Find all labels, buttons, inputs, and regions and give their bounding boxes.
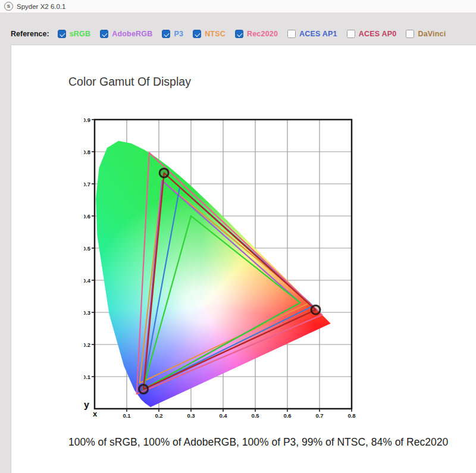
reference-item-davinci[interactable]: DaVinci [406, 30, 446, 38]
reference-item-aces-ap1[interactable]: ACES AP1 [287, 30, 337, 38]
toolbar-band: Reference: sRGB AdobeRGB P3 NTSC Rec2020… [0, 13, 476, 45]
checkbox-davinci[interactable] [406, 30, 414, 38]
spyder-app-icon: S [4, 2, 13, 11]
display-primary-marker-blue [139, 385, 148, 394]
window-titlebar: S Spyder X2 6.0.1 [0, 0, 476, 13]
reference-caption: Reference: [11, 30, 49, 38]
checkbox-label-p3[interactable]: P3 [174, 30, 183, 38]
gamut-triangle-srgb [143, 216, 300, 390]
checkbox-srgb[interactable] [58, 30, 66, 38]
checkbox-ntsc[interactable] [193, 30, 201, 38]
checkbox-aces-ap1[interactable] [287, 30, 296, 38]
reference-item-ntsc[interactable]: NTSC [193, 30, 226, 38]
checkbox-adobergb[interactable] [100, 30, 108, 38]
display-gamut-triangle [143, 173, 315, 389]
content-panel: Color Gamut Of Display 0.10.20.30.40.50.… [11, 45, 476, 473]
reference-item-srgb[interactable]: sRGB [58, 30, 91, 38]
checkbox-label-ntsc[interactable]: NTSC [205, 30, 226, 38]
page-title: Color Gamut Of Display [68, 75, 191, 89]
checkbox-label-aces-ap0[interactable]: ACES AP0 [359, 30, 397, 38]
checkbox-label-davinci[interactable]: DaVinci [418, 30, 446, 38]
checkbox-aces-ap0[interactable] [347, 30, 355, 38]
checkbox-label-srgb[interactable]: sRGB [70, 30, 91, 38]
y-axis-label: y [84, 400, 89, 411]
reference-bar: Reference: sRGB AdobeRGB P3 NTSC Rec2020… [11, 30, 446, 38]
reference-item-rec2020[interactable]: Rec2020 [235, 30, 278, 38]
x-axis-label: x [93, 409, 97, 418]
checkbox-rec2020[interactable] [235, 30, 243, 38]
gamut-triangles-overlay [84, 111, 369, 435]
gamut-triangle-p3 [143, 187, 313, 389]
checkbox-label-adobergb[interactable]: AdobeRGB [112, 30, 152, 38]
checkbox-label-rec2020[interactable]: Rec2020 [247, 30, 278, 38]
window-title: Spyder X2 6.0.1 [17, 3, 65, 10]
coverage-summary-text: 100% of sRGB, 100% of AdobeRGB, 100% of … [68, 435, 462, 450]
checkbox-label-aces-ap1[interactable]: ACES AP1 [299, 30, 337, 38]
reference-item-aces-ap0[interactable]: ACES AP0 [347, 30, 397, 38]
checkbox-p3[interactable] [162, 30, 170, 38]
display-primary-marker-red [311, 305, 320, 314]
plot-border [95, 120, 352, 409]
display-primary-marker-green [159, 168, 168, 177]
reference-item-p3[interactable]: P3 [162, 30, 183, 38]
reference-item-adobergb[interactable]: AdobeRGB [100, 30, 152, 38]
chromaticity-chart: 0.10.20.30.40.50.60.70.80.10.20.30.40.50… [84, 111, 369, 435]
